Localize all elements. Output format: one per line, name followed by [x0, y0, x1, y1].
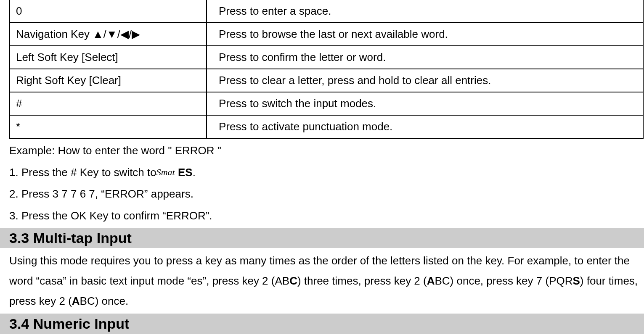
section-3-3-paragraph: Using this mode requires you to press a …	[9, 251, 644, 311]
key-function-table: 0 Press to enter a space. Navigation Key…	[9, 0, 644, 139]
step1-pre: 1. Press the # Key to switch to	[9, 166, 156, 179]
key-cell: *	[10, 115, 207, 138]
table-row: Left Soft Key [Select] Press to confirm …	[10, 46, 643, 69]
desc-cell: Press to confirm the letter or word.	[207, 46, 643, 69]
example-step-2: 2. Press 3 7 7 6 7, “ERROR” appears.	[9, 185, 644, 204]
key-cell: Right Soft Key [Clear]	[10, 69, 207, 92]
key-cell: Navigation Key ▲/▼/◀/▶	[10, 23, 207, 46]
example-step-1: 1. Press the # Key to switch toSmat ES.	[9, 163, 644, 182]
section-heading-3-3: 3.3 Multi-tap Input	[0, 228, 644, 248]
step1-post: ES	[175, 166, 193, 179]
key-cell: 0	[10, 0, 207, 23]
desc-cell: Press to enter a space.	[207, 0, 643, 23]
example-intro: Example: How to enter the word " ERROR "	[9, 141, 644, 161]
desc-cell: Press to browse the last or next availab…	[207, 23, 643, 46]
table-row: 0 Press to enter a space.	[10, 0, 643, 23]
bold-letter: A	[72, 295, 80, 307]
key-cell: Left Soft Key [Select]	[10, 46, 207, 69]
table-row: * Press to activate punctuation mode.	[10, 115, 643, 138]
table-row: Navigation Key ▲/▼/◀/▶ Press to browse t…	[10, 23, 643, 46]
text-frag: ) three times, press key 2 (	[297, 274, 427, 287]
section-heading-3-4: 3.4 Numeric Input	[0, 314, 644, 334]
step1-period: .	[193, 166, 196, 179]
example-step-3: 3. Press the OK Key to confirm “ERROR”.	[9, 206, 644, 226]
smart-mode-icon: Smat	[156, 167, 175, 177]
desc-cell: Press to switch the input modes.	[207, 92, 643, 115]
desc-cell: Press to activate punctuation mode.	[207, 115, 643, 138]
key-cell: #	[10, 92, 207, 115]
table-row: Right Soft Key [Clear] Press to clear a …	[10, 69, 643, 92]
table-row: # Press to switch the input modes.	[10, 92, 643, 115]
text-frag: BC) once, press key 7 (PQR	[435, 274, 572, 287]
bold-letter: A	[427, 274, 435, 287]
bold-letter: S	[572, 274, 580, 287]
bold-letter: C	[289, 274, 297, 287]
text-frag: BC) once.	[80, 295, 129, 307]
desc-cell: Press to clear a letter, press and hold …	[207, 69, 643, 92]
